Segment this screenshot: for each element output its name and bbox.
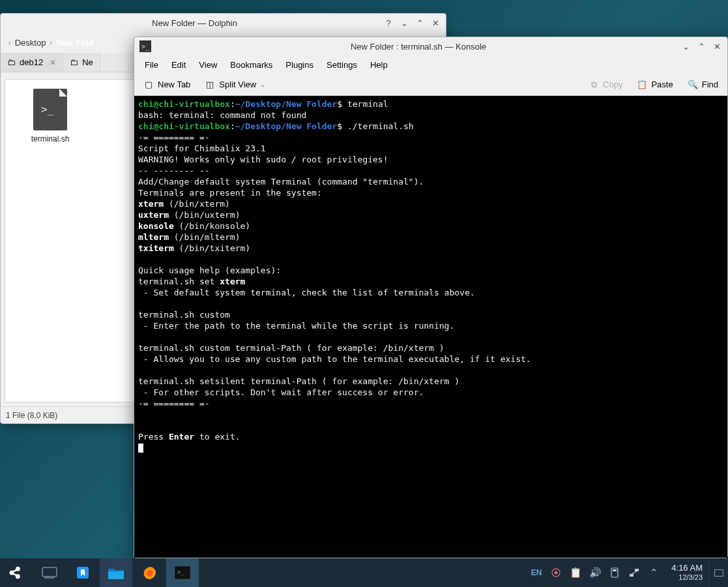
output-line: - Allows you to use any custom path to t… — [138, 354, 531, 364]
storage-icon[interactable] — [609, 567, 620, 578]
chevron-right-icon: › — [8, 38, 11, 46]
clock-time: 4:16 AM — [671, 564, 703, 573]
konsole-title: New Folder : terminal.sh — Konsole — [156, 42, 680, 52]
desktop-icon — [714, 569, 723, 577]
minimize-icon[interactable]: ⌄ — [399, 18, 409, 28]
output-line: -= ======== =- — [138, 399, 210, 408]
svg-rect-17 — [630, 574, 633, 577]
taskbar-dolphin[interactable] — [100, 558, 132, 587]
search-icon: 🔍 — [688, 80, 698, 90]
show-desktop-button[interactable] — [708, 558, 728, 587]
file-item[interactable]: terminal.sh — [14, 89, 86, 143]
menubar: File Edit View Bookmarks Plugins Setting… — [134, 55, 727, 74]
terminal-view[interactable]: chi@chi-virtualbox:~/Desktop/New Folder$… — [134, 96, 727, 558]
command-entered: ./terminal.sh — [342, 121, 414, 131]
close-icon[interactable]: ✕ — [50, 58, 56, 67]
output-line: terminal.sh set — [138, 277, 220, 286]
find-button[interactable]: 🔍 Find — [684, 77, 722, 93]
tab-deb12[interactable]: 🗀 deb12 ✕ — [1, 53, 63, 72]
maximize-icon[interactable]: ⌃ — [415, 18, 425, 28]
keyboard-layout[interactable]: EN — [531, 568, 542, 577]
split-view-button[interactable]: ◫ Split View ⌄ — [201, 77, 269, 93]
terminal-name: konsole — [138, 221, 174, 231]
taskbar-discover[interactable] — [66, 558, 99, 587]
svg-rect-5 — [42, 567, 57, 577]
svg-line-4 — [12, 573, 17, 576]
svg-line-19 — [632, 571, 637, 574]
menu-view[interactable]: View — [194, 57, 222, 72]
output-line: terminal.sh custom terminal-Path ( for e… — [138, 343, 444, 353]
menu-bookmarks[interactable]: Bookmarks — [225, 57, 278, 72]
cursor — [138, 444, 143, 453]
prompt-path: ~/Desktop/New Folder — [235, 121, 338, 131]
taskbar-firefox[interactable] — [133, 558, 166, 587]
taskbar-system-settings[interactable] — [33, 558, 66, 587]
volume-icon[interactable]: 🔊 — [590, 567, 600, 578]
shell-script-icon — [33, 89, 67, 130]
camera-off-icon[interactable] — [551, 567, 561, 578]
breadcrumb-current[interactable]: New Fold — [56, 38, 94, 48]
output-line: WARNING! Works only with sudo / root pri… — [138, 155, 388, 164]
output-line: Press — [138, 432, 169, 442]
paste-button[interactable]: 📋 Paste — [633, 77, 677, 93]
output-line: Quick usage help (examples): — [138, 265, 281, 275]
menu-edit[interactable]: Edit — [166, 57, 191, 72]
menu-settings[interactable]: Settings — [321, 57, 362, 72]
output-line: - Set default system terminal, check the… — [138, 288, 475, 297]
output-line: Script for Chimbalix 23.1 — [138, 143, 266, 153]
help-icon[interactable]: ? — [383, 18, 394, 28]
network-icon[interactable] — [629, 567, 639, 578]
svg-rect-16 — [613, 569, 617, 571]
svg-point-14 — [555, 571, 558, 575]
svg-rect-18 — [635, 569, 639, 571]
menu-help[interactable]: Help — [365, 57, 393, 72]
clipboard-icon[interactable]: 📋 — [570, 567, 581, 578]
command-entered: terminal — [342, 99, 388, 109]
output-line: to exit. — [194, 432, 240, 442]
taskbar-konsole[interactable]: >_ — [166, 558, 199, 587]
terminal-path: (/bin/uxterm) — [169, 210, 240, 220]
prompt-user: chi@chi-virtualbox — [138, 99, 230, 109]
dolphin-titlebar[interactable]: New Folder — Dolphin ? ⌄ ⌃ ✕ — [1, 14, 446, 32]
folder-icon: 🗀 — [70, 57, 78, 67]
clock[interactable]: 4:16 AM 12/3/23 — [666, 564, 708, 582]
output-line: Terminals are present in the system: — [138, 188, 322, 198]
close-icon[interactable]: ✕ — [430, 18, 441, 28]
terminal-name: txiterm — [138, 243, 174, 253]
svg-rect-8 — [108, 571, 124, 579]
clock-date: 12/3/23 — [678, 573, 703, 582]
tab-newfolder[interactable]: 🗀 Ne — [63, 53, 100, 72]
toolbar: ▢ New Tab ◫ Split View ⌄ ⧉ Copy 📋 Paste … — [134, 74, 727, 96]
paste-icon: 📋 — [637, 80, 647, 90]
find-label: Find — [702, 80, 718, 89]
dolphin-title: New Folder — Dolphin — [6, 18, 383, 28]
terminal-path: (/bin/xterm) — [164, 199, 230, 209]
output-line: terminal.sh custom — [138, 310, 230, 320]
prompt-path: ~/Desktop/New Folder — [235, 99, 338, 109]
start-menu-button[interactable] — [0, 558, 33, 587]
output-line: Add/Change default system Terminal (comm… — [138, 177, 424, 187]
output-line: - Enter the path to the terminal while t… — [138, 321, 454, 331]
minimize-icon[interactable]: ⌄ — [680, 41, 691, 52]
chevron-up-icon[interactable]: ⌃ — [648, 567, 659, 578]
file-name: terminal.sh — [31, 134, 70, 143]
copy-button[interactable]: ⧉ Copy — [585, 77, 626, 93]
terminal-name: mlterm — [138, 232, 169, 242]
menu-file[interactable]: File — [139, 57, 164, 72]
svg-line-3 — [12, 569, 17, 572]
split-icon: ◫ — [205, 80, 215, 90]
copy-icon: ⧉ — [589, 80, 599, 90]
terminal-icon: >_ — [139, 40, 151, 52]
svg-text:>_: >_ — [177, 569, 184, 575]
konsole-titlebar[interactable]: >_ New Folder : terminal.sh — Konsole ⌄ … — [134, 37, 727, 55]
menu-plugins[interactable]: Plugins — [280, 57, 319, 72]
new-tab-button[interactable]: ▢ New Tab — [139, 77, 194, 93]
close-icon[interactable]: ✕ — [712, 41, 722, 52]
chevron-down-icon: ⌄ — [260, 81, 265, 88]
breadcrumb-parent[interactable]: Desktop — [15, 38, 46, 48]
error-line: bash: terminal: command not found — [138, 110, 306, 120]
maximize-icon[interactable]: ⌃ — [696, 41, 706, 52]
taskbar: >_ EN 📋 🔊 ⌃ 4:16 AM 12/3/23 — [0, 558, 728, 587]
prompt-user: chi@chi-virtualbox — [138, 121, 230, 131]
split-view-label: Split View — [219, 80, 256, 89]
